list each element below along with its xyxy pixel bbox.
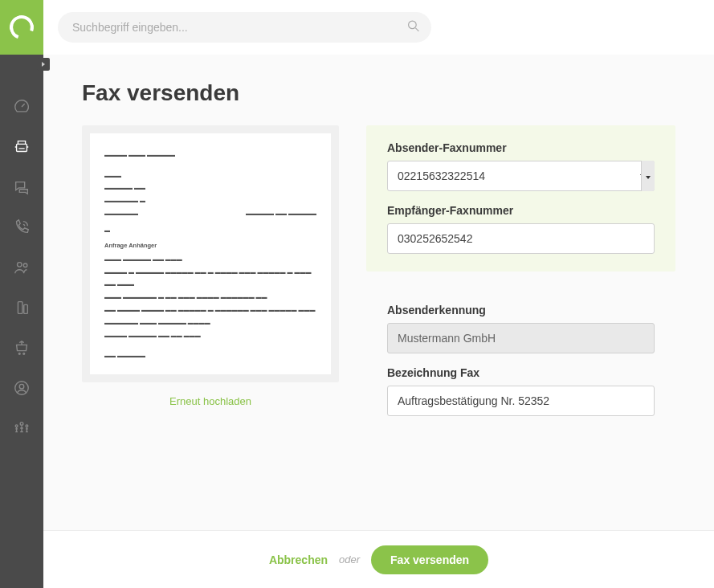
cancel-button[interactable]: Abbrechen — [269, 553, 328, 566]
reupload-button[interactable]: Erneut hochladen — [82, 382, 339, 414]
sidebar — [0, 0, 43, 588]
nav-team[interactable] — [0, 408, 43, 448]
send-fax-button[interactable]: Fax versenden — [371, 545, 488, 574]
svg-point-12 — [409, 21, 417, 29]
svg-rect-3 — [18, 302, 22, 314]
nav-calls[interactable] — [0, 207, 43, 247]
fax-meta-section: Absenderkennung Bezeichnung Fax — [366, 288, 675, 434]
svg-point-6 — [23, 353, 25, 354]
sender-id-input — [387, 323, 655, 353]
svg-point-5 — [18, 353, 20, 354]
device-icon — [13, 299, 31, 316]
nav-dashboard[interactable] — [0, 87, 43, 127]
phone-icon — [13, 218, 31, 236]
svg-rect-0 — [17, 144, 27, 151]
recipient-fax-label: Empfänger-Faxnummer — [387, 204, 655, 217]
svg-point-10 — [15, 425, 18, 427]
sender-fax-select[interactable]: 02215632322514 — [387, 161, 655, 191]
nav-shop[interactable] — [0, 328, 43, 368]
topbar — [43, 0, 714, 55]
svg-point-11 — [26, 425, 28, 427]
sender-id-label: Absenderkennung — [387, 304, 655, 316]
expand-sidebar-toggle[interactable] — [37, 58, 50, 71]
people-icon — [13, 259, 31, 276]
search-button[interactable] — [407, 20, 420, 35]
fax-icon — [13, 138, 31, 156]
nav-fax[interactable] — [0, 127, 43, 167]
search-input[interactable] — [58, 12, 431, 43]
sender-fax-label: Absender-Faxnummer — [387, 141, 655, 154]
or-separator: oder — [339, 553, 360, 566]
nav-contacts[interactable] — [0, 247, 43, 288]
nav-devices[interactable] — [0, 288, 43, 328]
chat-icon — [13, 178, 31, 196]
fax-name-input[interactable] — [387, 386, 655, 416]
document-thumbnail: ▬▬▬▬ ▬▬▬ ▬▬▬▬▬ ▬▬▬ ▬▬▬▬▬ ▬▬ ▬▬▬▬▬▬ ▬ ▬▬▬… — [90, 133, 331, 374]
team-icon — [13, 419, 31, 437]
page-title: Fax versenden — [43, 55, 714, 125]
search-icon — [407, 20, 420, 33]
svg-point-2 — [23, 263, 27, 267]
recipient-fax-input[interactable] — [387, 223, 655, 254]
logo[interactable] — [0, 0, 43, 55]
nav-account[interactable] — [0, 368, 43, 408]
svg-point-1 — [18, 263, 22, 267]
footer-actions: Abbrechen oder Fax versenden — [43, 530, 714, 588]
fax-numbers-section: Absender-Faxnummer 02215632322514 Empfän… — [366, 125, 675, 272]
gauge-icon — [13, 98, 31, 116]
main-content: Fax versenden ▬▬▬▬ ▬▬▬ ▬▬▬▬▬ ▬▬▬ ▬▬▬▬▬ ▬… — [43, 0, 714, 588]
svg-point-9 — [20, 423, 23, 426]
user-circle-icon — [13, 379, 31, 397]
fax-name-label: Bezeichnung Fax — [387, 366, 655, 379]
nav-list — [0, 55, 43, 448]
svg-point-8 — [19, 384, 24, 389]
nav-chat[interactable] — [0, 167, 43, 207]
document-preview: ▬▬▬▬ ▬▬▬ ▬▬▬▬▬ ▬▬▬ ▬▬▬▬▬ ▬▬ ▬▬▬▬▬▬ ▬ ▬▬▬… — [82, 125, 339, 382]
cart-icon — [13, 339, 31, 357]
svg-rect-4 — [24, 304, 28, 313]
